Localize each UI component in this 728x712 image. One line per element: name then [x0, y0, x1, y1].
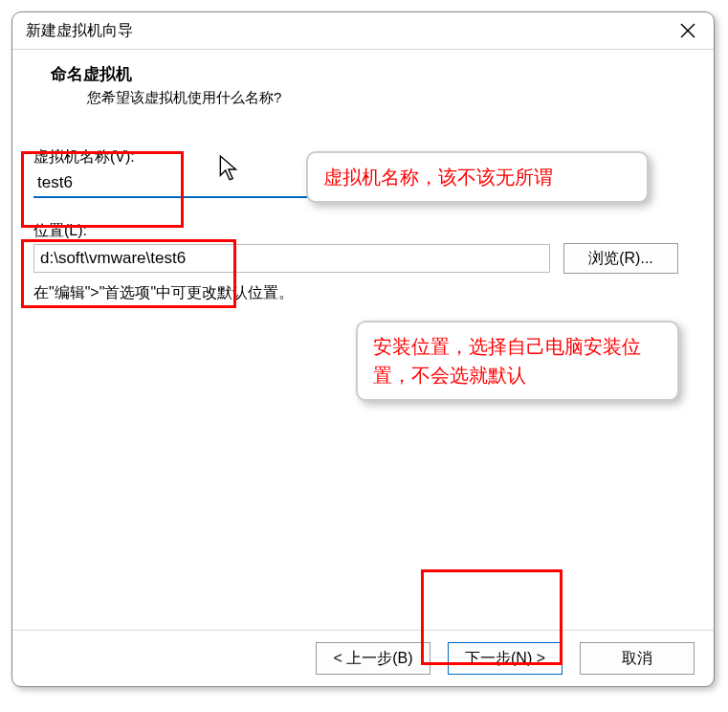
back-button[interactable]: < 上一步(B) [316, 642, 430, 675]
annotation-callout-location: 安装位置，选择自己电脑安装位置，不会选就默认 [356, 321, 679, 401]
title-bar: 新建虚拟机向导 [12, 12, 714, 50]
page-title: 命名虚拟机 [51, 63, 695, 85]
close-button[interactable] [675, 18, 700, 43]
next-button[interactable]: 下一步(N) > [448, 642, 563, 675]
close-icon [680, 23, 695, 38]
wizard-footer: < 上一步(B) 下一步(N) > 取消 [12, 630, 714, 686]
wizard-header: 命名虚拟机 您希望该虚拟机使用什么名称? [12, 50, 714, 117]
page-subtitle: 您希望该虚拟机使用什么名称? [51, 85, 695, 107]
location-label: 位置(L): [33, 221, 693, 241]
location-input[interactable] [33, 244, 550, 273]
annotation-callout-name: 虚拟机名称，该不该无所谓 [306, 151, 649, 203]
location-hint: 在"编辑">"首选项"中可更改默认位置。 [33, 283, 693, 303]
browse-button[interactable]: 浏览(R)... [563, 243, 678, 274]
dialog-title: 新建虚拟机向导 [26, 21, 133, 41]
cancel-button[interactable]: 取消 [580, 642, 695, 675]
